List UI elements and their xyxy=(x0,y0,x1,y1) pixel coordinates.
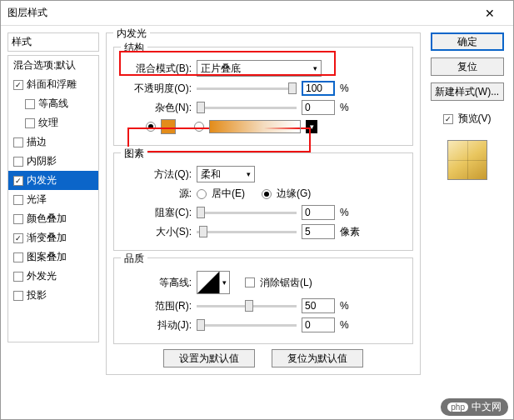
range-slider[interactable] xyxy=(197,305,297,308)
reset-default-button[interactable]: 复位为默认值 xyxy=(272,349,363,368)
layer-style-dialog: 图层样式 ✕ 样式 混合选项:默认 斜面和浮雕等高线纹理描边内阴影内发光光泽颜色… xyxy=(0,0,514,420)
quality-group: 品质 等高线: ▾ 消除锯齿(L) 范围(R): xyxy=(113,258,413,344)
ok-button[interactable]: 确定 xyxy=(431,32,504,51)
style-item[interactable]: 颜色叠加 xyxy=(8,209,98,228)
noise-input[interactable]: 0 xyxy=(302,100,335,115)
opacity-label: 不透明度(O): xyxy=(121,82,192,96)
chevron-down-icon: ▾ xyxy=(313,64,317,72)
style-checkbox[interactable] xyxy=(13,138,23,148)
noise-label: 杂色(N): xyxy=(121,101,192,115)
noise-slider[interactable] xyxy=(197,107,297,109)
close-button[interactable]: ✕ xyxy=(473,2,507,25)
size-label: 大小(S): xyxy=(121,225,192,239)
style-checkbox[interactable] xyxy=(25,99,35,109)
jitter-slider[interactable] xyxy=(197,324,297,327)
style-item[interactable]: 图案叠加 xyxy=(8,248,98,267)
style-checkbox[interactable] xyxy=(25,118,35,128)
style-label: 光泽 xyxy=(27,192,47,207)
new-style-button[interactable]: 新建样式(W)... xyxy=(431,82,504,101)
preview-swatch xyxy=(447,140,487,180)
range-unit: % xyxy=(340,300,349,312)
elements-title: 图素 xyxy=(121,147,147,161)
jitter-label: 抖动(J): xyxy=(121,318,192,332)
style-checkbox[interactable] xyxy=(13,214,23,224)
gradient-dropdown-arrow[interactable]: ▾ xyxy=(306,120,317,133)
method-dropdown[interactable]: 柔和 ▾ xyxy=(197,166,255,182)
style-checkbox[interactable] xyxy=(13,291,23,301)
range-label: 范围(R): xyxy=(121,299,192,313)
antialias-checkbox[interactable] xyxy=(245,278,255,288)
contour-dropdown-arrow[interactable]: ▾ xyxy=(220,271,230,294)
style-item[interactable]: 渐变叠加 xyxy=(8,228,98,248)
choke-input[interactable]: 0 xyxy=(302,205,335,220)
color-swatch[interactable] xyxy=(161,119,176,134)
style-item[interactable]: 描边 xyxy=(8,132,98,152)
contour-picker[interactable] xyxy=(197,271,220,294)
style-list: 混合选项:默认 斜面和浮雕等高线纹理描边内阴影内发光光泽颜色叠加渐变叠加图案叠加… xyxy=(7,55,99,342)
window-title: 图层样式 xyxy=(7,6,473,20)
style-checkbox[interactable] xyxy=(13,176,23,186)
size-unit: 像素 xyxy=(340,225,360,239)
size-input[interactable]: 5 xyxy=(302,224,335,239)
structure-title: 结构 xyxy=(121,41,147,55)
jitter-unit: % xyxy=(340,319,349,331)
blend-mode-label: 混合模式(B): xyxy=(121,62,192,76)
style-label: 描边 xyxy=(27,135,47,149)
style-label: 颜色叠加 xyxy=(27,212,67,226)
source-center-radio[interactable] xyxy=(197,189,207,199)
color-solid-radio[interactable] xyxy=(146,122,156,132)
cancel-button[interactable]: 复位 xyxy=(431,58,504,76)
opacity-unit: % xyxy=(340,82,349,94)
elements-group: 图素 方法(Q): 柔和 ▾ 源: 居中(E) 边缘 xyxy=(113,152,413,251)
style-item[interactable]: 纹理 xyxy=(8,113,98,132)
source-label: 源: xyxy=(121,187,192,201)
style-label: 斜面和浮雕 xyxy=(27,78,77,92)
style-item[interactable]: 内阴影 xyxy=(8,152,98,171)
make-default-button[interactable]: 设置为默认值 xyxy=(163,349,255,368)
choke-slider[interactable] xyxy=(197,212,297,214)
style-checkbox[interactable] xyxy=(13,195,23,205)
style-label: 渐变叠加 xyxy=(27,231,67,245)
choke-label: 阻塞(C): xyxy=(121,206,192,220)
antialias-label: 消除锯齿(L) xyxy=(260,276,312,290)
blend-options-item[interactable]: 混合选项:默认 xyxy=(8,56,98,75)
color-gradient-radio[interactable] xyxy=(194,122,204,132)
style-item[interactable]: 投影 xyxy=(8,286,98,305)
titlebar[interactable]: 图层样式 ✕ xyxy=(1,1,513,26)
style-item[interactable]: 斜面和浮雕 xyxy=(8,75,98,94)
style-checkbox[interactable] xyxy=(13,233,23,243)
style-label: 内阴影 xyxy=(27,154,57,168)
method-label: 方法(Q): xyxy=(121,168,192,182)
style-item[interactable]: 内发光 xyxy=(8,171,98,190)
style-label: 纹理 xyxy=(38,116,58,130)
jitter-input[interactable]: 0 xyxy=(302,318,335,332)
style-label: 图案叠加 xyxy=(27,250,67,264)
size-slider[interactable] xyxy=(197,231,297,233)
action-panel: 确定 复位 新建样式(W)... 预览(V) xyxy=(427,32,507,380)
style-item[interactable]: 外发光 xyxy=(8,267,98,286)
source-edge-radio[interactable] xyxy=(262,189,272,199)
style-label: 外发光 xyxy=(27,269,57,283)
preview-label: 预览(V) xyxy=(458,112,492,126)
gradient-preview[interactable] xyxy=(209,120,301,133)
blend-mode-dropdown[interactable]: 正片叠底 ▾ xyxy=(197,60,322,77)
style-checkbox[interactable] xyxy=(13,272,23,282)
styles-header: 样式 xyxy=(7,32,99,52)
style-label: 等高线 xyxy=(38,97,68,111)
style-checkbox[interactable] xyxy=(13,157,23,167)
style-checkbox[interactable] xyxy=(13,80,23,90)
structure-group: 结构 混合模式(B): 正片叠底 ▾ 不透明度(O): 100 % xyxy=(113,47,413,146)
opacity-slider[interactable] xyxy=(197,88,297,90)
noise-unit: % xyxy=(340,102,349,113)
settings-panel: 内发光 结构 混合模式(B): 正片叠底 ▾ 不透明度(O): xyxy=(106,32,421,380)
range-input[interactable]: 50 xyxy=(302,298,335,313)
opacity-input[interactable]: 100 xyxy=(302,81,335,96)
style-item[interactable]: 等高线 xyxy=(8,94,98,113)
style-item[interactable]: 光泽 xyxy=(8,190,98,209)
preview-checkbox[interactable] xyxy=(443,114,453,124)
watermark: php 中文网 xyxy=(441,398,508,416)
contour-label: 等高线: xyxy=(121,276,192,290)
style-label: 内发光 xyxy=(27,173,57,188)
style-checkbox[interactable] xyxy=(13,252,23,262)
quality-title: 品质 xyxy=(121,252,147,266)
